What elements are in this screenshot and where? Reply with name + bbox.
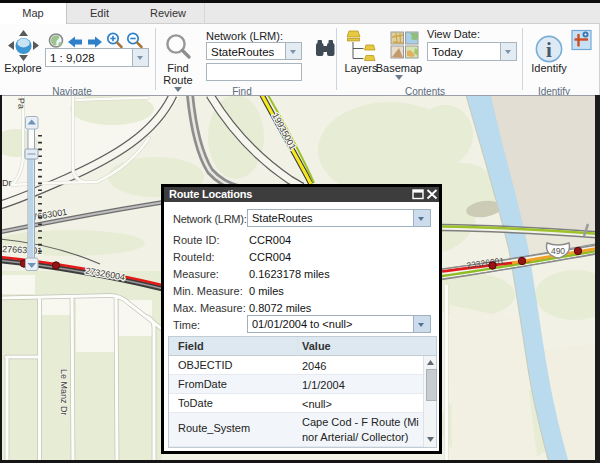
svg-text:Dr: Dr — [2, 178, 12, 188]
svg-text:Pa: Pa — [16, 98, 26, 109]
svg-text:Le Manz Dr: Le Manz Dr — [59, 369, 69, 416]
svg-text:27663101: 27663101 — [2, 244, 43, 256]
svg-text:i: i — [546, 38, 552, 62]
svg-text:490: 490 — [551, 246, 565, 256]
